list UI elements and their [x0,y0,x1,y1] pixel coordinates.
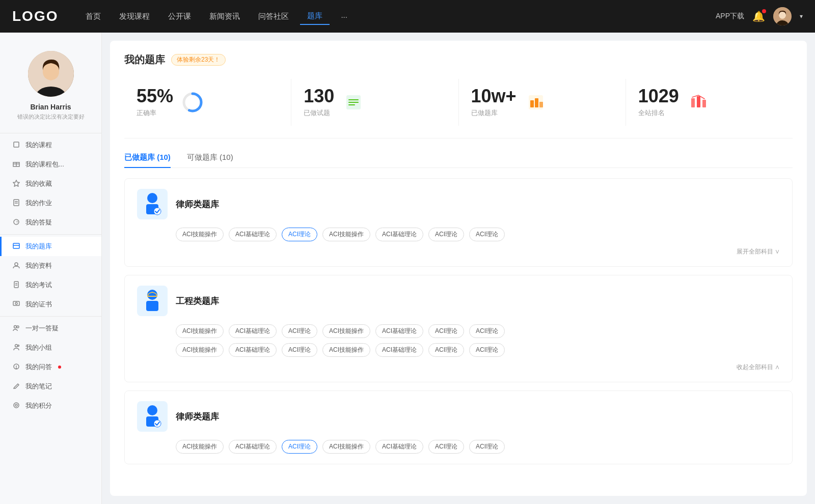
sidebar-label-courses: 我的课程 [25,141,52,150]
tab-available-banks[interactable]: 可做题库 (10) [187,153,233,167]
tag-1-0[interactable]: ACI技能操作 [176,228,224,241]
sidebar-item-my-points[interactable]: 我的积分 [0,396,101,415]
svg-rect-44 [697,96,700,107]
collapse-btn-2[interactable]: 收起全部科目 ∧ [737,363,780,371]
avatar-image [773,7,792,25]
nav-open-course[interactable]: 公开课 [161,9,198,24]
tag-2-r1-0[interactable]: ACI技能操作 [176,324,224,338]
svg-rect-41 [535,98,538,107]
tag-1-6[interactable]: ACI理论 [469,228,505,241]
sidebar-item-my-courses[interactable]: 我的课程 [0,135,101,155]
trial-badge: 体验剩余23天！ [171,54,226,66]
tag-2-r1-5[interactable]: ACI理论 [428,324,464,338]
nav-discover[interactable]: 发现课程 [112,9,157,24]
tag-2-r2-2[interactable]: ACI理论 [282,343,317,357]
tag-2-r1-3[interactable]: ACI技能操作 [322,324,370,338]
tabs-bar: 已做题库 (10) 可做题库 (10) [124,153,793,168]
tag-1-4[interactable]: ACI基础理论 [375,228,423,241]
notification-bell[interactable]: 🔔 [752,10,765,22]
bank-tags-1: ACI技能操作 ACI基础理论 ACI理论 ACI技能操作 ACI基础理论 AC… [176,228,780,241]
svg-point-46 [147,193,157,203]
sidebar-item-my-qa[interactable]: ? 我的答疑 [0,213,101,232]
sidebar-item-my-exam[interactable]: 我的考试 [0,275,101,295]
sidebar-item-one-on-one[interactable]: 一对一答疑 [0,319,101,338]
user-avatar[interactable] [773,7,792,25]
tag-1-2[interactable]: ACI理论 [282,228,317,241]
tag-3-0[interactable]: ACI技能操作 [176,440,224,454]
sidebar-label-qa: 我的答疑 [25,218,52,227]
tab-done-banks[interactable]: 已做题库 (10) [124,153,171,167]
tag-3-4[interactable]: ACI基础理论 [375,440,423,454]
svg-rect-43 [691,98,695,107]
expand-btn-1[interactable]: 展开全部科目 ∨ [737,248,780,255]
logo[interactable]: LOGO [12,8,58,24]
sidebar-item-homework[interactable]: 我的作业 [0,193,101,213]
page-header: 我的题库 体验剩余23天！ [124,53,793,67]
nav-qa[interactable]: 问答社区 [251,9,296,24]
bank-item-header-3: 律师类题库 [137,401,780,432]
divider-2 [0,234,101,235]
sidebar-item-favorites[interactable]: 我的收藏 [0,174,101,193]
svg-rect-45 [702,100,706,107]
sidebar-item-my-question-answer[interactable]: 我的问答 [0,357,101,377]
tag-2-r1-2[interactable]: ACI理论 [282,324,317,338]
tag-3-5[interactable]: ACI理论 [428,440,464,454]
tag-1-3[interactable]: ACI技能操作 [322,228,370,241]
tag-1-5[interactable]: ACI理论 [428,228,464,241]
tag-2-r1-6[interactable]: ACI理论 [469,324,505,338]
sidebar-item-my-notes[interactable]: 我的笔记 [0,377,101,396]
nav-more[interactable]: ··· [334,9,355,24]
svg-rect-19 [14,282,18,288]
tag-2-r2-4[interactable]: ACI基础理论 [375,343,423,357]
qa-icon: ? [12,218,20,227]
sidebar-item-my-certificate[interactable]: 我的证书 [0,295,101,314]
nav-home[interactable]: 首页 [78,9,108,24]
tag-2-r1-1[interactable]: ACI基础理论 [229,324,277,338]
bank-icon-engineer-1 [137,286,168,316]
tag-2-r2-5[interactable]: ACI理论 [428,343,464,357]
sidebar-item-my-profile[interactable]: 我的资料 [0,256,101,275]
tag-3-2[interactable]: ACI理论 [282,440,317,454]
bank-tags-2-row2: ACI技能操作 ACI基础理论 ACI理论 ACI技能操作 ACI基础理论 AC… [176,343,780,357]
sidebar-label-homework: 我的作业 [25,199,52,208]
tag-2-r2-0[interactable]: ACI技能操作 [176,343,224,357]
sidebar-item-my-bank[interactable]: 我的题库 [0,237,101,256]
sidebar-label-packages: 我的课程包... [25,160,64,169]
sidebar-item-my-group[interactable]: 我的小组 [0,338,101,357]
favorites-icon [12,180,20,188]
tag-3-1[interactable]: ACI基础理论 [229,440,277,454]
svg-point-32 [15,404,17,406]
tag-3-3[interactable]: ACI技能操作 [322,440,370,454]
stat-banks-label: 已做题库 [471,108,517,118]
svg-rect-50 [146,301,158,311]
profile-name: Brian Harris [30,103,71,111]
stat-banks-icon [525,91,547,114]
stat-accuracy-icon [181,91,204,114]
user-dropdown-arrow[interactable]: ▾ [800,13,803,20]
courses-icon [12,141,20,150]
svg-point-24 [14,325,17,328]
sidebar-label-one-on-one: 一对一答疑 [25,324,59,333]
tag-2-r2-3[interactable]: ACI技能操作 [322,343,370,357]
sidebar: Brian Harris 错误的决定比没有决定要好 我的课程 我的课程包... … [0,33,102,504]
divider-1 [0,133,101,133]
nav-news[interactable]: 新闻资讯 [202,9,247,24]
tag-3-6[interactable]: ACI理论 [469,440,505,454]
bank-icon [12,242,20,251]
question-answer-icon [12,363,20,372]
app-download-button[interactable]: APP下载 [716,12,744,21]
packages-icon [12,160,20,169]
profile-avatar[interactable] [28,51,74,97]
tag-2-r2-1[interactable]: ACI基础理论 [229,343,277,357]
bank-icon-lawyer-1 [137,189,168,219]
tag-1-1[interactable]: ACI基础理论 [229,228,277,241]
avatar-inner [28,51,74,97]
sidebar-label-certificate: 我的证书 [25,300,52,309]
sidebar-label-exam: 我的考试 [25,281,52,290]
nav-bank[interactable]: 题库 [300,8,330,25]
tag-2-r1-4[interactable]: ACI基础理论 [375,324,423,338]
bank-item-header-2: 工程类题库 [137,286,780,316]
tag-2-r2-6[interactable]: ACI理论 [469,343,505,357]
stats-row: 55% 正确率 130 已做试题 [124,79,793,138]
sidebar-item-course-packages[interactable]: 我的课程包... [0,155,101,174]
